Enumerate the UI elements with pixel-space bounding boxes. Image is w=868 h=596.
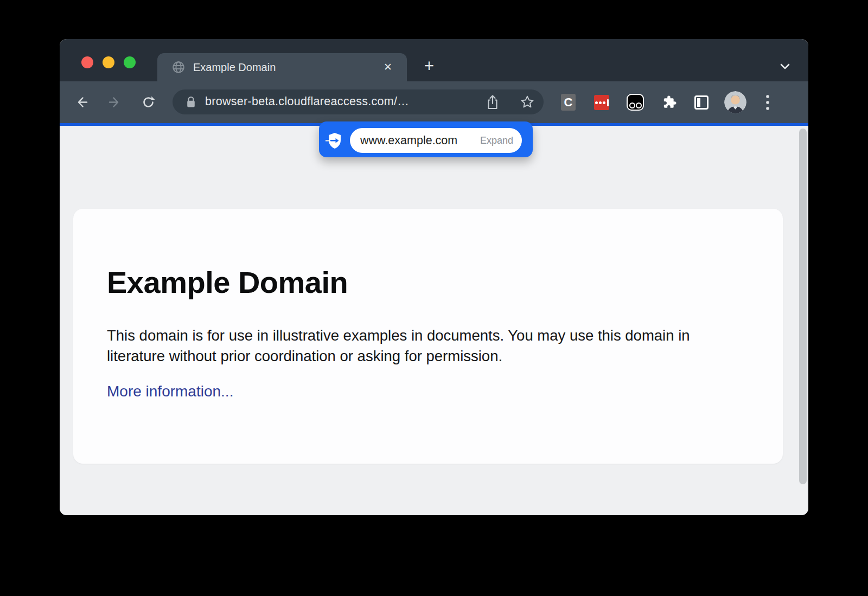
new-tab-button[interactable]: + [420, 57, 438, 76]
shield-arrow-icon [326, 131, 344, 151]
tab-example-domain[interactable]: Example Domain ✕ [157, 53, 407, 81]
reload-icon[interactable] [141, 95, 156, 110]
back-arrow-icon[interactable] [74, 95, 89, 110]
traffic-light-close-button[interactable] [81, 56, 93, 68]
extension-c-icon[interactable]: C [561, 94, 576, 111]
isolation-host-text: www.example.com [360, 134, 457, 148]
isolation-expand-button[interactable]: Expand [480, 135, 513, 146]
browser-toolbar: browser-beta.cloudflareaccess.com/… C [60, 81, 808, 123]
more-information-link[interactable]: More information... [107, 383, 233, 400]
kebab-menu-icon[interactable] [765, 94, 770, 111]
circle-right [636, 102, 642, 108]
tab-close-icon[interactable]: ✕ [381, 60, 395, 74]
lastpass-dot [599, 101, 602, 104]
isolation-url-capsule[interactable]: www.example.com Expand [350, 128, 522, 153]
lastpass-bar [607, 99, 609, 106]
url-text: browser-beta.cloudflareaccess.com/… [205, 89, 409, 114]
tab-strip: Example Domain ✕ + [60, 39, 808, 81]
content-card: Example Domain This domain is for use in… [73, 209, 783, 464]
side-panel-bar [697, 98, 700, 107]
profile-avatar[interactable] [724, 91, 746, 113]
browser-window: Example Domain ✕ + browser-beta.cloudfla… [60, 39, 808, 515]
globe-icon [171, 60, 186, 74]
forward-arrow-icon[interactable] [107, 95, 122, 110]
scrollbar-thumb[interactable] [799, 129, 807, 484]
isolation-host-pill[interactable]: www.example.com Expand [319, 121, 533, 157]
chevron-down-icon[interactable] [778, 59, 792, 73]
lock-icon[interactable] [186, 95, 196, 109]
address-bar[interactable]: browser-beta.cloudflareaccess.com/… [173, 89, 544, 114]
share-icon[interactable] [486, 94, 500, 110]
lastpass-extension-icon[interactable] [594, 95, 609, 110]
lastpass-dot [595, 101, 598, 104]
bookmark-star-icon[interactable] [520, 95, 534, 109]
tab-title: Example Domain [193, 53, 276, 81]
extensions-puzzle-icon[interactable] [661, 94, 677, 110]
page-viewport: www.example.com Expand Example Domain Th… [60, 126, 808, 515]
circles-extension-icon[interactable] [627, 94, 644, 111]
avatar-image [724, 91, 746, 113]
circle-left [629, 102, 635, 108]
page-paragraph: This domain is for use in illustrative e… [107, 325, 732, 367]
page-heading: Example Domain [107, 265, 745, 300]
traffic-light-minimize-button[interactable] [103, 56, 114, 68]
side-panel-icon[interactable] [694, 95, 709, 110]
traffic-light-zoom-button[interactable] [124, 56, 136, 68]
lastpass-dot [603, 101, 605, 104]
